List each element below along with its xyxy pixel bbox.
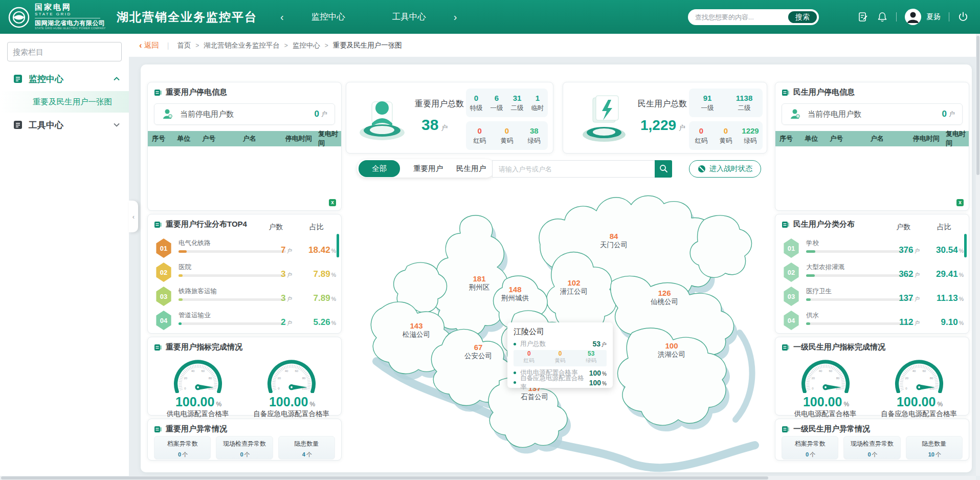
rank-badge: 03 — [155, 287, 172, 306]
code-stats-box: 0红码 0黄码 1229绿码 — [689, 121, 763, 150]
gauge-power-supply: 0 20 40 60 80 100 100.00% 供电电源配置合格率 — [779, 355, 872, 419]
map-label-xiantao[interactable]: 126仙桃公司 — [651, 289, 678, 306]
doc-icon — [154, 89, 162, 97]
breadcrumb-home[interactable]: 首页 — [177, 41, 191, 50]
chevron-up-icon — [114, 77, 120, 81]
table-body-empty — [148, 146, 341, 195]
map-label-songzi[interactable]: 143松滋公司 — [403, 321, 430, 339]
rank-badge: 04 — [155, 311, 172, 330]
category-row: 03 医疗卫生 137户 11.13% — [775, 285, 969, 309]
breadcrumb: ‹ 返回 | 首页 > 湖北营销全业务监控平台 > 监控中心 > 重要及民生用户… — [129, 34, 980, 57]
category-row: 01 学校 376户 30.54% — [775, 237, 969, 261]
global-search: 搜索 — [688, 9, 819, 25]
map-search-input[interactable] — [492, 160, 655, 178]
map-label-tianmen[interactable]: 84天门公司 — [600, 232, 628, 249]
note-icon[interactable] — [857, 11, 868, 23]
person-icon — [789, 108, 801, 120]
card-important-kpi: 重要用户指标完成情况 0 20 40 60 80 100 — [147, 337, 342, 416]
breadcrumb-monitor-center[interactable]: 监控中心 — [293, 41, 320, 50]
sidebar-item-important-livelihood-map[interactable]: 重要及民生用户一张图 — [0, 91, 129, 113]
svg-text:20: 20 — [811, 377, 815, 380]
gauge-backup-power: 0 20 40 60 80 100 100.00% 自备应急电源配置合格率 — [246, 355, 338, 419]
export-excel-icon[interactable]: x — [956, 199, 964, 206]
nav-prev-icon[interactable]: ‹ — [276, 11, 288, 23]
card-title: 重要用户停电信息 — [166, 88, 227, 97]
svg-text:80: 80 — [302, 377, 305, 380]
page-vertical-scrollbar[interactable] — [976, 34, 980, 476]
card-industry-top4: 重要用户行业分布TOP4 户数 占比 01 电气化铁路 7户 18.42% 02… — [147, 214, 342, 334]
global-search-input[interactable] — [695, 10, 782, 24]
list-icon — [13, 74, 23, 83]
svg-text:0: 0 — [905, 387, 907, 390]
nav-item-tool-center[interactable]: 工具中心 — [392, 11, 426, 23]
page-horizontal-scrollbar[interactable] — [0, 476, 976, 480]
card-title: 民生用户分类分布 — [793, 220, 855, 229]
column-count-label: 户数 — [269, 223, 283, 232]
stat-hidden-danger: 隐患数量 4个 — [278, 436, 335, 460]
sidebar-group-tool-center[interactable]: 工具中心 — [0, 113, 129, 137]
svg-text:40: 40 — [818, 369, 822, 373]
avatar[interactable] — [905, 9, 921, 25]
tab-important-users[interactable]: 重要用户 — [413, 164, 443, 173]
back-button[interactable]: ‹ 返回 — [139, 40, 159, 51]
stat-site-check-abnormal: 现场检查异常数 0个 — [843, 436, 900, 460]
nav-next-icon[interactable]: › — [450, 11, 461, 23]
svg-text:40: 40 — [191, 369, 194, 373]
user-name[interactable]: 夏扬 — [926, 12, 941, 21]
svg-text:0: 0 — [278, 387, 280, 390]
brand-divider — [35, 18, 100, 18]
chevron-left-icon: ‹ — [139, 40, 142, 51]
level-stats-box: 0特级 6一级 31二级 1临时 — [466, 89, 548, 117]
column-pct-label: 占比 — [937, 223, 951, 232]
outage-counter: 当前停电用户数 0 户 — [154, 103, 335, 125]
svg-text:20: 20 — [277, 377, 281, 380]
card-scrollbar[interactable] — [337, 234, 339, 257]
dashboard-board: 重要用户停电信息 当前停电用户数 0 户 序号 单位 户号 户名 停电时间 复电… — [141, 64, 972, 472]
map-label-qianjiang[interactable]: 102潜江公司 — [560, 278, 588, 296]
doc-icon — [154, 425, 162, 433]
wartime-mode-button[interactable]: 进入战时状态 — [689, 160, 761, 178]
svg-text:0: 0 — [812, 387, 814, 390]
card-scrollbar[interactable] — [964, 234, 967, 257]
rank-badge: 02 — [155, 263, 172, 282]
sidebar-search-input[interactable] — [7, 42, 122, 61]
sidebar: 监控中心 重要及民生用户一张图 工具中心 — [0, 34, 129, 480]
sidebar-search — [7, 42, 122, 61]
power-icon[interactable] — [957, 11, 969, 23]
map-search-button[interactable] — [655, 160, 672, 178]
map-label-jingzhouqu[interactable]: 181荆州区 — [469, 274, 490, 292]
region-map[interactable]: 84天门公司 181荆州区 148荆州城供 102潜江公司 126仙桃公司 14… — [346, 179, 767, 472]
breadcrumb-platform[interactable]: 湖北营销全业务监控平台 — [204, 41, 280, 50]
card-title: 一级民生用户指标完成情况 — [793, 342, 885, 352]
column-pct-label: 占比 — [309, 223, 324, 232]
page-title: 湖北营销全业务监控平台 — [117, 0, 257, 34]
global-search-button[interactable]: 搜索 — [788, 11, 817, 24]
livelihood-users-3d-icon — [577, 91, 631, 146]
sidebar-collapse-handle[interactable]: ‹ — [129, 201, 138, 232]
card-livelihood-abnormal: 一级民生用户异常情况 档案异常数 0个 现场检查异常数 0个 隐患数量 10个 — [775, 419, 969, 461]
map-label-jingzhou-city[interactable]: 148荆州城供 — [501, 285, 529, 302]
tab-all[interactable]: 全部 — [359, 160, 400, 177]
state-grid-logo: 国家电网 STATE GRID 国网湖北省电力有限公司 STATE GRID H… — [8, 3, 114, 30]
sidebar-group-monitor-center[interactable]: 监控中心 — [0, 67, 129, 91]
table-body-empty — [775, 146, 969, 195]
svg-text:80: 80 — [836, 377, 839, 380]
summary-value: 38户 — [419, 116, 448, 134]
summary-label: 重要用户总数 — [415, 99, 464, 110]
card-title: 重要用户指标完成情况 — [166, 342, 242, 352]
export-excel-icon[interactable]: x — [329, 199, 336, 206]
outage-counter: 当前停电用户数 0 户 — [782, 103, 963, 125]
table-header: 序号 单位 户号 户名 停电时间 复电时间 — [148, 131, 341, 146]
card-important-outage: 重要用户停电信息 当前停电用户数 0 户 序号 单位 户号 户名 停电时间 复电… — [147, 82, 342, 211]
gauge-power-supply: 0 20 40 60 80 100 100.00% 供电电源配置合格率 — [152, 355, 244, 419]
nav-item-monitor-center[interactable]: 监控中心 — [311, 11, 345, 23]
stat-site-check-abnormal: 现场检查异常数 0个 — [216, 436, 273, 460]
map-label-honghu[interactable]: 100洪湖公司 — [658, 341, 685, 359]
svg-text:0: 0 — [184, 387, 186, 390]
map-search — [492, 160, 672, 178]
bell-icon[interactable] — [877, 11, 888, 23]
tab-livelihood-users[interactable]: 民生用户 — [456, 164, 486, 173]
map-label-gongan[interactable]: 67公安公司 — [464, 343, 492, 360]
rank-badge: 01 — [783, 238, 800, 258]
summary-label: 民生用户总数 — [638, 99, 687, 110]
